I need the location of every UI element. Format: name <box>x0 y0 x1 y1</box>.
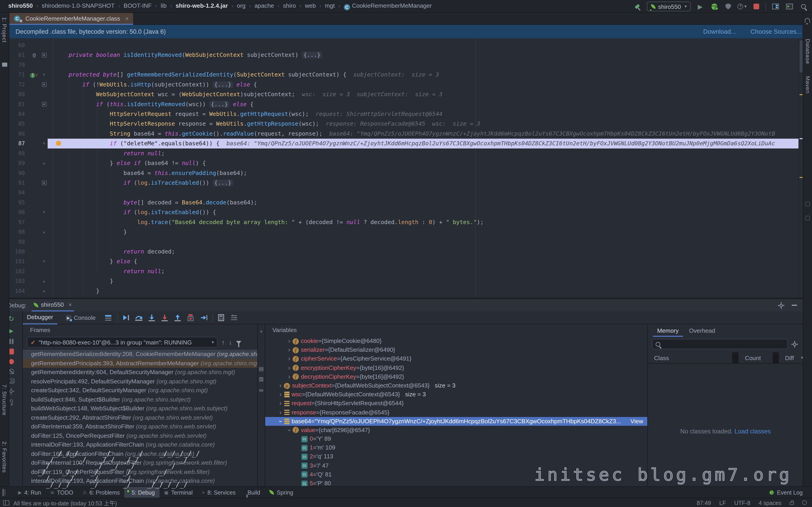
implementing-method-icon[interactable]: I <box>30 73 35 78</box>
code-line[interactable]: 71I↑▿ protected byte[] getRememberedSeri… <box>9 70 803 80</box>
fold-marker[interactable]: + <box>40 99 48 109</box>
line-number[interactable]: 95 <box>9 198 28 207</box>
hide-panel-icon[interactable] <box>792 305 797 306</box>
fold-marker[interactable]: + <box>40 80 48 90</box>
fold-marker[interactable]: ▵ <box>40 296 48 297</box>
code-line[interactable]: 96▿ if (log.isTraceEnabled()) { <box>9 208 803 217</box>
frame-row[interactable]: getRememberedSerializedIdentity:208, Coo… <box>23 350 257 359</box>
frame-row[interactable]: doFilter:166, ApplicationFilterChain (or… <box>23 449 257 458</box>
variable-row[interactable]: 013 = '/' 47 <box>265 461 647 470</box>
code-line[interactable]: 101▿ } else { <box>9 257 803 266</box>
code-text[interactable]: if (!WebUtils.isHttp(subjectContext)) {.… <box>48 80 803 90</box>
tab-console[interactable]: ▶Console <box>61 311 100 324</box>
previous-frame-icon[interactable]: ↑ <box>221 339 225 346</box>
breadcrumb-item[interactable]: apache <box>254 2 274 8</box>
code-line[interactable]: 88 return null; <box>9 149 803 158</box>
code-line[interactable]: 103▵ } <box>9 276 803 286</box>
close-session-icon[interactable]: × <box>68 302 72 308</box>
line-number[interactable]: 86 <box>9 129 28 138</box>
toolwindow-button-problems[interactable]: ⚠6: Problems <box>78 487 124 498</box>
fold-expand-icon[interactable]: + <box>42 82 46 87</box>
breadcrumb-item[interactable]: lib <box>161 2 166 8</box>
code-line[interactable]: 91+ if (log.isTraceEnabled()) {...} <box>9 178 803 188</box>
notifications-bell-icon[interactable] <box>805 18 810 23</box>
line-number[interactable]: 104 <box>9 286 28 296</box>
variable-row[interactable]: 011 = 'm' 109 <box>265 443 647 452</box>
variable-row[interactable]: ›fcipherService = {AesCipherService@6491… <box>265 355 647 363</box>
fold-marker[interactable] <box>40 129 48 138</box>
chevron-collapsed-icon[interactable]: › <box>286 346 293 354</box>
fold-marker[interactable]: + <box>40 178 48 188</box>
hide-library-frames-icon[interactable] <box>236 341 241 344</box>
variable-row[interactable]: ›wsc = {DefaultWebSubjectContext@6543}si… <box>265 390 647 399</box>
column-count[interactable]: Count <box>739 355 773 361</box>
navigate-up-icon[interactable]: ↑ <box>35 72 38 78</box>
debug-button[interactable] <box>709 2 719 11</box>
variable-row[interactable]: 010 = 'Y' 89 <box>265 435 647 443</box>
pin-icon[interactable] <box>9 399 13 403</box>
caret-position[interactable]: 87:49 <box>697 500 711 506</box>
code-text[interactable]: return null; <box>48 266 803 276</box>
line-number[interactable]: 60 <box>9 40 28 50</box>
read-only-lock-icon[interactable] <box>790 502 794 505</box>
breadcrumb-item[interactable]: shirodemo-1.0-SNAPSHOT <box>42 2 114 8</box>
variable-row[interactable]: 015 = 'P' 80 <box>265 479 647 487</box>
line-number[interactable]: 89 <box>9 158 28 168</box>
line-number[interactable]: 84 <box>9 109 28 119</box>
code-text[interactable]: protected byte[] getRememberedSerialized… <box>48 70 803 80</box>
evaluate-expression-icon[interactable] <box>217 313 226 322</box>
breadcrumb-item[interactable]: CookieRememberMeManager <box>352 2 432 8</box>
fold-marker[interactable] <box>40 40 48 50</box>
highlighting-level-icon[interactable] <box>802 500 807 505</box>
load-classes-link[interactable]: Load classes <box>734 428 771 435</box>
line-number[interactable]: 99 <box>9 237 28 247</box>
variable-row[interactable]: ›fcookie = {SimpleCookie@6480} <box>265 337 647 346</box>
drop-frame-icon[interactable] <box>186 313 195 322</box>
variable-row[interactable]: ›fdecryptionCipherKey = {byte[16]@6492} <box>265 372 647 381</box>
frame-row[interactable]: buildSubject:846, Subject$Builder (org.a… <box>23 395 257 404</box>
frame-row[interactable]: internalDoFilter:193, ApplicationFilterC… <box>23 476 257 486</box>
column-class[interactable]: Class <box>648 355 732 361</box>
force-step-into-icon[interactable] <box>160 313 169 322</box>
code-text[interactable]: byte[] decoded = Base64.decode(base64); <box>48 198 803 207</box>
close-tab-icon[interactable]: × <box>125 15 129 21</box>
variable-row[interactable]: ›base64 = "Ymq/QPnZz5/oJUOEPh4O7ygznWnzC… <box>265 417 647 426</box>
chevron-collapsed-icon[interactable]: › <box>286 337 293 346</box>
fold-marker[interactable] <box>40 149 48 158</box>
breadcrumb-item[interactable]: shiro550 <box>8 2 33 8</box>
line-number[interactable]: 80 <box>9 90 28 99</box>
tab-debugger[interactable]: Debugger <box>23 311 57 324</box>
run-button[interactable]: ▶ <box>696 2 705 11</box>
breadcrumb-item[interactable]: org <box>237 2 246 8</box>
event-log-button[interactable]: 1 Event Log <box>770 489 812 495</box>
project-structure-icon[interactable] <box>770 2 780 11</box>
line-number[interactable]: 61 <box>9 50 28 60</box>
frame-row[interactable]: createSubject:292, AbstractShiroFilter (… <box>23 413 257 422</box>
resume-icon[interactable]: ▶ <box>9 328 13 334</box>
tab-overhead[interactable]: Overhead <box>685 324 719 337</box>
fold-marker[interactable] <box>40 247 48 257</box>
add-watch-icon[interactable]: + <box>260 328 263 334</box>
code-text[interactable] <box>48 237 803 247</box>
toolwindow-button-services[interactable]: »8: Services <box>197 487 240 498</box>
toolwindow-button-spring[interactable]: Spring <box>265 487 298 498</box>
fold-expand-icon[interactable]: + <box>42 53 46 57</box>
code-line[interactable]: 95 byte[] decoded = Base64.decode(base64… <box>9 198 803 207</box>
variable-row[interactable]: ›fvalue = {char[6296]@6547} <box>265 426 647 435</box>
variable-row[interactable]: ›response = {ResponseFacade@6545} <box>265 408 647 417</box>
view-value-link[interactable]: View <box>630 417 643 426</box>
build-hammer-icon[interactable] <box>633 2 642 11</box>
fold-marker[interactable]: ▵ <box>40 286 48 296</box>
debug-session-tab[interactable]: shiro550 × <box>32 299 74 312</box>
code-text[interactable]: WebSubjectContext wsc = (WebSubjectConte… <box>48 90 803 99</box>
chevron-collapsed-icon[interactable]: › <box>277 399 284 408</box>
code-line[interactable]: 80 WebSubjectContext wsc = (WebSubjectCo… <box>9 90 803 99</box>
code-text[interactable]: } else { <box>48 257 803 266</box>
code-line[interactable]: 105▵ } <box>9 296 803 297</box>
column-diff[interactable]: Diff <box>779 355 794 361</box>
variable-row[interactable]: ›psubjectContext = {DefaultWebSubjectCon… <box>265 381 647 390</box>
fold-marker[interactable]: ▿ <box>40 257 48 266</box>
code-line[interactable]: 86 String base64 = this.getCookie().read… <box>9 129 803 138</box>
line-number[interactable]: 91 <box>9 178 28 188</box>
code-text[interactable]: return decoded; <box>48 247 803 257</box>
